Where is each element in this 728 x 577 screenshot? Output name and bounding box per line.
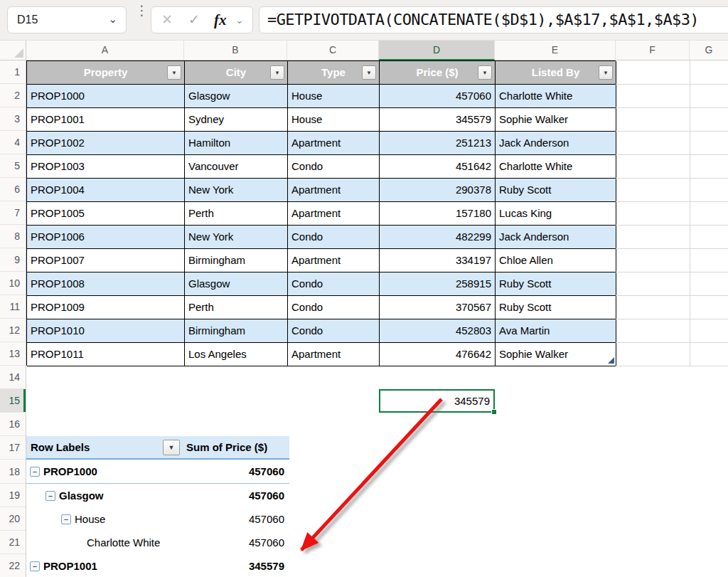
row-header-8[interactable]: 8 — [0, 225, 26, 248]
row-header-17[interactable]: 17 — [0, 436, 26, 460]
row-header-1[interactable]: 1 — [0, 60, 26, 84]
fill-handle[interactable] — [491, 409, 497, 415]
cell-D6[interactable]: 290378 — [380, 179, 496, 202]
cell-C2[interactable]: House — [288, 85, 380, 108]
insert-function-icon[interactable]: fx — [214, 7, 227, 33]
cell-D4[interactable]: 251213 — [380, 132, 496, 155]
row-header-19[interactable]: 19 — [0, 484, 26, 507]
row-header-16[interactable]: 16 — [0, 413, 26, 436]
cell-C13[interactable]: Apartment — [288, 343, 380, 366]
cell-D9[interactable]: 334197 — [380, 249, 496, 272]
cell-B11[interactable]: Perth — [185, 296, 288, 319]
cell-A9[interactable]: PROP1007 — [27, 249, 185, 272]
row-header-7[interactable]: 7 — [0, 201, 26, 225]
cell-E13[interactable]: Sophie Walker — [496, 343, 616, 366]
cell-E5[interactable]: Charlotte White — [496, 155, 616, 179]
select-all-corner[interactable] — [0, 41, 26, 60]
filter-button[interactable]: ▼ — [362, 65, 376, 80]
row-header-13[interactable]: 13 — [0, 342, 26, 366]
cell-E3[interactable]: Sophie Walker — [496, 108, 616, 132]
cell-C7[interactable]: Apartment — [288, 202, 380, 226]
cell-E6[interactable]: Ruby Scott — [496, 179, 616, 202]
header-price[interactable]: Price ($)▼ — [380, 61, 496, 85]
cell-A5[interactable]: PROP1003 — [27, 155, 185, 179]
cell-D13[interactable]: 476642 — [380, 343, 496, 366]
cell-A13[interactable]: PROP1011 — [27, 343, 185, 366]
column-header-G[interactable]: G — [690, 41, 728, 60]
cell-D11[interactable]: 370567 — [380, 296, 496, 319]
pivot-row-value[interactable]: 457060 — [249, 460, 284, 483]
row-header-6[interactable]: 6 — [0, 178, 26, 201]
cell-B9[interactable]: Birmingham — [185, 249, 288, 272]
cell-E2[interactable]: Charlotte White — [496, 85, 616, 108]
header-city[interactable]: City▼ — [185, 61, 288, 85]
cell-B7[interactable]: Perth — [185, 202, 288, 226]
cancel-icon[interactable]: ✕ — [161, 7, 173, 33]
pivot-row-label[interactable]: House — [75, 507, 105, 531]
pivot-row-value[interactable]: 457060 — [249, 531, 284, 554]
pivot-row-label[interactable]: Glasgow — [59, 484, 104, 507]
cell-C8[interactable]: Condo — [288, 226, 380, 249]
filter-button[interactable]: ▼ — [599, 65, 613, 80]
cell-B3[interactable]: Sydney — [185, 108, 288, 132]
row-header-5[interactable]: 5 — [0, 154, 26, 178]
enter-icon[interactable]: ✓ — [188, 7, 200, 33]
cell-C3[interactable]: House — [288, 108, 380, 132]
row-header-20[interactable]: 20 — [0, 507, 26, 531]
cell-B10[interactable]: Glasgow — [185, 272, 288, 296]
cell-C6[interactable]: Apartment — [288, 179, 380, 202]
cell-A7[interactable]: PROP1005 — [27, 202, 185, 226]
row-header-12[interactable]: 12 — [0, 319, 26, 342]
pivot-row-label[interactable]: PROP1001 — [43, 554, 97, 577]
cell-A12[interactable]: PROP1010 — [27, 319, 185, 343]
collapse-button[interactable]: − — [61, 514, 71, 524]
cell-D8[interactable]: 482299 — [380, 226, 496, 249]
cell-E4[interactable]: Jack Anderson — [496, 132, 616, 155]
cell-C5[interactable]: Condo — [288, 155, 380, 179]
row-header-2[interactable]: 2 — [0, 84, 26, 107]
pivot-filter-button[interactable]: ▼ — [163, 440, 180, 455]
cell-C11[interactable]: Condo — [288, 296, 380, 319]
cell-D12[interactable]: 452803 — [380, 319, 496, 343]
cell-B6[interactable]: New York — [185, 179, 288, 202]
filter-button[interactable]: ▼ — [167, 65, 181, 80]
filter-button[interactable]: ▼ — [478, 65, 492, 80]
cell-C12[interactable]: Condo — [288, 319, 380, 343]
row-header-9[interactable]: 9 — [0, 248, 26, 272]
pivot-row-label[interactable]: Charlotte White — [87, 531, 160, 554]
column-header-C[interactable]: C — [287, 41, 379, 60]
cell-B2[interactable]: Glasgow — [185, 85, 288, 108]
pivot-row-value[interactable]: 457060 — [249, 484, 284, 507]
column-header-F[interactable]: F — [616, 41, 690, 60]
cell-E7[interactable]: Lucas King — [496, 202, 616, 226]
column-header-A[interactable]: A — [26, 41, 184, 60]
cell-D10[interactable]: 258915 — [380, 272, 496, 296]
chevron-down-icon[interactable]: ⌄ — [108, 13, 117, 26]
cell-E8[interactable]: Jack Anderson — [496, 226, 616, 249]
fx-chevron-icon[interactable]: ⌄ — [235, 7, 244, 33]
pivot-row-value[interactable]: 345579 — [249, 554, 284, 577]
cell-A10[interactable]: PROP1008 — [27, 272, 185, 296]
table-resize-handle[interactable] — [608, 357, 614, 364]
pivot-row-label[interactable]: PROP1000 — [43, 460, 97, 483]
cell-D5[interactable]: 451642 — [380, 155, 496, 179]
row-header-4[interactable]: 4 — [0, 131, 26, 154]
cell-B5[interactable]: Vancouver — [185, 155, 288, 179]
row-header-15[interactable]: 15 — [0, 389, 26, 413]
header-type[interactable]: Type▼ — [288, 61, 380, 85]
collapse-button[interactable]: − — [30, 561, 40, 571]
cell-E9[interactable]: Chloe Allen — [496, 249, 616, 272]
selected-cell[interactable]: 345579 — [379, 389, 495, 413]
column-header-E[interactable]: E — [495, 41, 616, 60]
row-header-3[interactable]: 3 — [0, 107, 26, 131]
row-header-14[interactable]: 14 — [0, 366, 26, 389]
row-header-18[interactable]: 18 — [0, 460, 26, 484]
cell-A8[interactable]: PROP1006 — [27, 226, 185, 249]
cell-C9[interactable]: Apartment — [288, 249, 380, 272]
formula-input[interactable]: =GETPIVOTDATA(CONCATENATE($D$1),$A$17,$A… — [259, 6, 728, 33]
row-header-10[interactable]: 10 — [0, 272, 26, 295]
name-box[interactable]: D15 ⌄ — [7, 6, 127, 33]
column-header-B[interactable]: B — [184, 41, 287, 60]
cell-E10[interactable]: Ruby Scott — [496, 272, 616, 296]
cell-A11[interactable]: PROP1009 — [27, 296, 185, 319]
